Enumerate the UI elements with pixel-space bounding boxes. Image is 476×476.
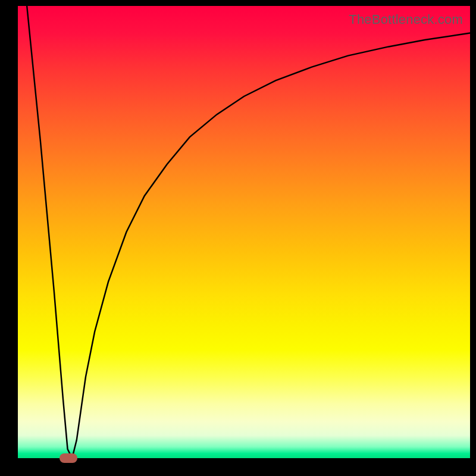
optimum-marker [60,453,77,463]
bottleneck-curve [18,6,470,458]
plot-area: TheBottleneck.com [18,6,470,458]
chart-frame: TheBottleneck.com [0,0,476,476]
curve-path [27,6,470,458]
